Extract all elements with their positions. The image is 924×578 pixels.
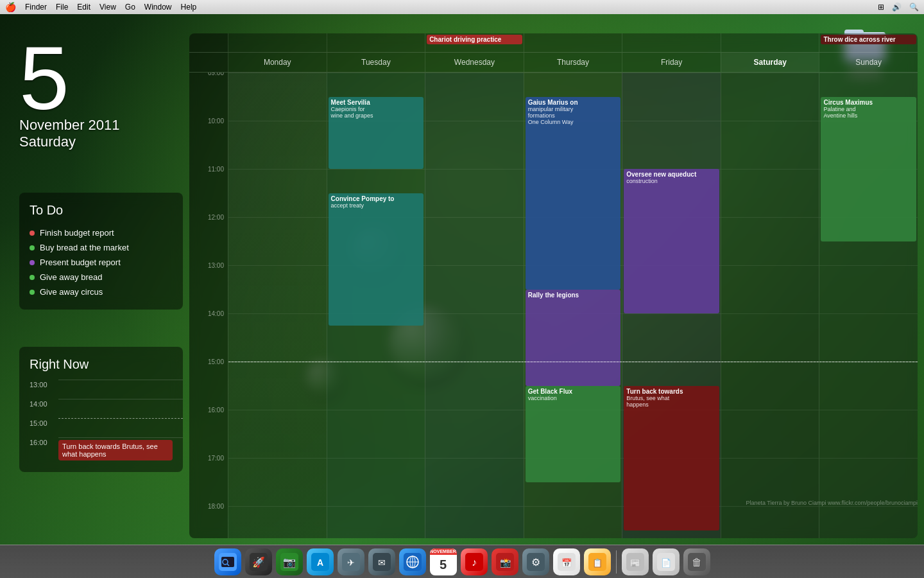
todo-item-1: Finish budget report bbox=[30, 225, 173, 240]
menu-help[interactable]: Help bbox=[181, 3, 197, 12]
dock-system-prefs[interactable]: ⚙ bbox=[522, 548, 549, 575]
rightnow-widget: Right Now 13:00 14:00 15:00 16:00 Turn b… bbox=[19, 347, 183, 472]
calendar-allday-thu bbox=[524, 33, 622, 52]
cal-event[interactable]: Meet ServiliaCaepionis forwine and grape… bbox=[329, 97, 424, 170]
svg-text:✈: ✈ bbox=[347, 557, 355, 568]
date-widget: 5 November 2011 Saturday bbox=[19, 33, 120, 150]
calendar-allday-mon bbox=[228, 33, 327, 52]
hour-line-9-2 bbox=[425, 73, 524, 73]
dock-trash[interactable]: 🗑 bbox=[683, 548, 710, 575]
hour-line-9-5 bbox=[721, 73, 819, 73]
calendar-allday-wed: Chariot driving practice bbox=[425, 33, 524, 52]
svg-text:📷: 📷 bbox=[283, 556, 296, 568]
calendar-allday-tue bbox=[327, 33, 425, 52]
time-label-12: 12:00 bbox=[208, 214, 224, 221]
dock-itunes[interactable]: ♪ bbox=[461, 548, 488, 575]
rightnow-time-14: 14:00 bbox=[30, 400, 47, 408]
now-line-5 bbox=[721, 362, 819, 362]
time-label-9: 09:00 bbox=[208, 73, 224, 76]
search-icon[interactable]: 🔍 bbox=[909, 3, 919, 12]
cal-event[interactable]: Gaius Marius onmanipular militaryformati… bbox=[526, 97, 621, 290]
hour-line-9-3 bbox=[524, 73, 622, 73]
calendar-allday-fri bbox=[622, 33, 721, 52]
todo-label-2: Buy bread at the market bbox=[40, 243, 129, 252]
todo-label-1: Finish budget report bbox=[40, 228, 114, 238]
rightnow-timeline: 13:00 14:00 15:00 16:00 Turn back toward… bbox=[30, 380, 173, 462]
rightnow-event: Turn back towards Brutus, see what happe… bbox=[58, 440, 173, 460]
date-day-number: 5 bbox=[19, 33, 120, 123]
menu-go[interactable]: Go bbox=[125, 3, 135, 12]
calendar-col-fri: Turn back towardsBrutus, see whathappens… bbox=[622, 73, 721, 538]
todo-dot-1 bbox=[30, 231, 35, 236]
hour-line-14-0 bbox=[228, 313, 327, 314]
cal-event[interactable]: Turn back towardsBrutus, see whathappens bbox=[624, 386, 719, 530]
dock-textedit[interactable]: 📄 bbox=[653, 548, 680, 575]
rightnow-time-16: 16:00 bbox=[30, 439, 47, 446]
hour-line-14-6 bbox=[819, 313, 918, 314]
hour-line-11-2 bbox=[425, 169, 524, 170]
cal-event[interactable]: Convince Pompey toaccept treaty bbox=[329, 193, 424, 326]
rightnow-time-15: 15:00 bbox=[30, 419, 47, 427]
calendar-widget[interactable]: Chariot driving practice Throw dice acro… bbox=[189, 33, 918, 538]
dock-appstore[interactable]: A bbox=[307, 548, 334, 575]
hour-line-11-1 bbox=[327, 169, 425, 170]
dock-mail[interactable]: ✉ bbox=[368, 548, 395, 575]
rightnow-row-16: 16:00 Turn back towards Brutus, see what… bbox=[58, 437, 173, 462]
time-label-15: 15:00 bbox=[208, 358, 224, 365]
dock-safari[interactable] bbox=[399, 548, 426, 575]
hour-line-16-1 bbox=[327, 410, 425, 410]
now-line-3 bbox=[524, 362, 622, 362]
volume-icon[interactable]: 🔊 bbox=[892, 3, 902, 12]
time-label-10: 10:00 bbox=[208, 118, 224, 125]
hour-line-16-0 bbox=[228, 410, 327, 410]
hour-line-11-0 bbox=[228, 169, 327, 170]
date-day-name: Saturday bbox=[19, 134, 120, 150]
dock-send[interactable]: ✈ bbox=[338, 548, 364, 575]
menu-view[interactable]: View bbox=[99, 3, 116, 12]
svg-text:📰: 📰 bbox=[630, 557, 641, 568]
dock: 🚀 📷 A ✈ ✉ NOVEMBER 5 ♪ 📸 ⚙ 📅 📋 📰 📄 bbox=[0, 545, 924, 578]
svg-text:♪: ♪ bbox=[472, 557, 477, 568]
calendar-header-sun: Sunday bbox=[819, 53, 918, 72]
cal-event[interactable]: Rally the legions bbox=[526, 290, 621, 386]
todo-title: To Do bbox=[30, 203, 173, 218]
dock-news[interactable]: 📰 bbox=[622, 548, 649, 575]
hour-line-10-5 bbox=[721, 121, 819, 121]
cal-event[interactable]: Circus MaximusPalatine andAventine hills bbox=[821, 97, 916, 241]
hour-line-14-4 bbox=[622, 313, 721, 314]
allday-event-chariot: Chariot driving practice bbox=[427, 35, 522, 44]
calendar-header-fri: Friday bbox=[622, 53, 721, 72]
grid-icon[interactable]: ⊞ bbox=[878, 3, 884, 12]
dock-finder[interactable] bbox=[214, 548, 241, 575]
dock-photos[interactable]: 📷 bbox=[276, 548, 303, 575]
apple-menu[interactable]: 🍎 bbox=[5, 2, 16, 12]
hour-line-12-5 bbox=[721, 217, 819, 218]
time-label-17: 17:00 bbox=[208, 455, 224, 462]
menu-finder[interactable]: Finder bbox=[25, 3, 47, 12]
dock-launchpad[interactable]: 🚀 bbox=[245, 548, 272, 575]
rightnow-row-14: 14:00 bbox=[58, 399, 173, 418]
calendar-header: Monday Tuesday Wednesday Thursday Friday… bbox=[189, 53, 918, 73]
hour-line-17-0 bbox=[228, 458, 327, 459]
time-label-11: 11:00 bbox=[208, 166, 224, 173]
dock-photobooth[interactable]: 📸 bbox=[492, 548, 518, 575]
dock-notes[interactable]: 📋 bbox=[584, 548, 611, 575]
todo-dot-2 bbox=[30, 245, 35, 250]
calendar-col-mon bbox=[228, 73, 327, 538]
cal-event[interactable]: Get Black Fluxvaccination bbox=[526, 386, 621, 482]
calendar-header-mon: Monday bbox=[228, 53, 327, 72]
time-label-13: 13:00 bbox=[208, 262, 224, 269]
menu-file[interactable]: File bbox=[56, 3, 68, 12]
dock-ical[interactable]: 📅 bbox=[553, 548, 580, 575]
cal-event[interactable]: Oversee new aqueductconstruction bbox=[624, 169, 719, 313]
calendar-col-sat bbox=[721, 73, 819, 538]
hour-line-16-5 bbox=[721, 410, 819, 410]
time-label-16: 16:00 bbox=[208, 407, 224, 414]
menu-window[interactable]: Window bbox=[144, 3, 172, 12]
hour-line-14-5 bbox=[721, 313, 819, 314]
menu-edit[interactable]: Edit bbox=[77, 3, 90, 12]
dock-calendar[interactable]: NOVEMBER 5 bbox=[430, 548, 457, 575]
hour-line-9-6 bbox=[819, 73, 918, 73]
hour-line-11-5 bbox=[721, 169, 819, 170]
todo-label-3: Present budget report bbox=[40, 258, 121, 267]
